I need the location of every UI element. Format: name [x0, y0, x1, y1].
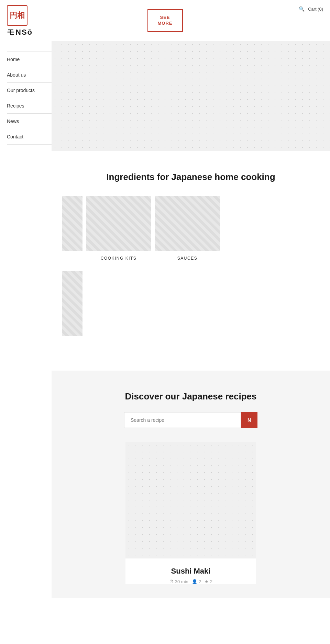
- product-label-cooking-kits: COOKING KITS: [101, 256, 137, 261]
- products-row2: [62, 271, 320, 343]
- cart-label[interactable]: Cart (0): [308, 7, 323, 12]
- header: 円相 モNSō SEE MORE 🔍 Cart (0): [0, 0, 330, 41]
- recipe-servings: 👤 2: [192, 579, 201, 584]
- sidebar-item-home[interactable]: Home: [7, 52, 52, 67]
- logo-text: モNSō: [7, 27, 33, 37]
- sidebar-nav: HomeAbout usOur productsRecipesNewsConta…: [7, 52, 52, 145]
- difficulty-icon: ★: [205, 579, 209, 584]
- servings-icon: 👤: [192, 579, 197, 584]
- recipe-title: Sushi Maki: [125, 567, 256, 576]
- search-button[interactable]: N: [241, 412, 257, 428]
- products-grid: COOKING KITS SAUCES: [62, 196, 320, 268]
- recipe-image: [125, 442, 256, 558]
- recipe-meta: ⏱ 30 min 👤 2 ★ 2: [125, 579, 256, 584]
- product-image-cooking-kits: [86, 196, 151, 251]
- recipe-time: ⏱ 30 min: [169, 579, 188, 584]
- sidebar: HomeAbout usOur productsRecipesNewsConta…: [0, 41, 52, 155]
- see-more-button[interactable]: SEE MORE: [147, 9, 183, 32]
- search-input[interactable]: [124, 412, 241, 428]
- logo[interactable]: 円相 モNSō: [7, 5, 33, 37]
- product-card-cooking-kits[interactable]: COOKING KITS: [86, 196, 151, 261]
- products-title: Ingredients for Japanese home cooking: [62, 172, 320, 182]
- sidebar-item-news[interactable]: News: [7, 114, 52, 129]
- sidebar-item-about-us[interactable]: About us: [7, 67, 52, 83]
- logo-kanji: 円相: [7, 5, 28, 26]
- product-image-partial: [62, 196, 82, 251]
- sidebar-item-contact[interactable]: Contact: [7, 129, 52, 145]
- product-card-partial-left: [62, 196, 82, 251]
- product-image-sauces: [155, 196, 220, 251]
- recipes-section: Discover our Japanese recipes N Sushi Ma…: [52, 371, 330, 598]
- recipe-difficulty: ★ 2: [205, 579, 212, 584]
- main-content: Ingredients for Japanese home cooking CO…: [52, 41, 330, 598]
- sidebar-item-recipes[interactable]: Recipes: [7, 98, 52, 114]
- recipes-title: Discover our Japanese recipes: [62, 391, 320, 402]
- time-icon: ⏱: [169, 579, 174, 584]
- page-layout: HomeAbout usOur productsRecipesNewsConta…: [0, 41, 330, 598]
- recipe-time-value: 30 min: [175, 579, 188, 584]
- sidebar-item-our-products[interactable]: Our products: [7, 83, 52, 98]
- recipe-card[interactable]: Sushi Maki ⏱ 30 min 👤 2 ★ 2: [125, 442, 256, 584]
- recipe-servings-value: 2: [199, 579, 201, 584]
- product-label-sauces: SAUCES: [177, 256, 197, 261]
- product-card-partial-bottom: [62, 271, 82, 336]
- search-bar: N: [62, 412, 320, 428]
- product-image-partial-bottom: [62, 271, 82, 336]
- product-card-sauces[interactable]: SAUCES: [155, 196, 220, 261]
- search-icon[interactable]: 🔍: [299, 6, 305, 12]
- recipe-difficulty-value: 2: [210, 579, 212, 584]
- products-section: Ingredients for Japanese home cooking CO…: [52, 151, 330, 357]
- hero-area: [52, 41, 330, 151]
- header-right: 🔍 Cart (0): [299, 6, 323, 12]
